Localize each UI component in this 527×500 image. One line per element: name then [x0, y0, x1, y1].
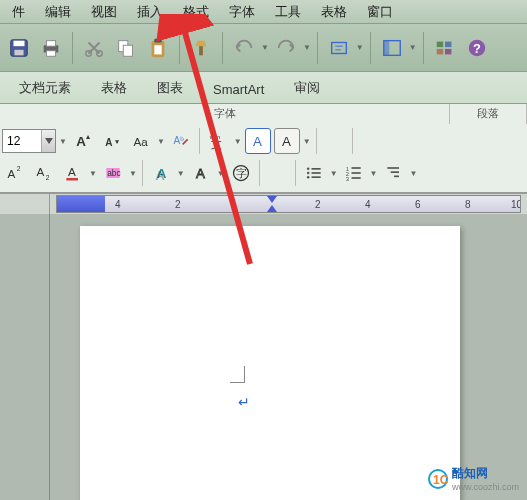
menu-window[interactable]: 窗口: [357, 0, 403, 24]
bullet-list-button[interactable]: [301, 160, 327, 186]
font-color-button[interactable]: A: [60, 160, 86, 186]
separator: [316, 128, 317, 154]
svg-rect-49: [311, 172, 320, 174]
undo-button[interactable]: [229, 33, 259, 63]
style-a2-button[interactable]: A: [274, 128, 300, 154]
svg-rect-53: [351, 167, 360, 169]
chevron-down-icon[interactable]: ▼: [303, 43, 311, 52]
chevron-down-icon[interactable]: ▼: [409, 43, 417, 52]
tab-charts[interactable]: 图表: [142, 72, 198, 103]
style-a-button[interactable]: A: [245, 128, 271, 154]
highlight-button[interactable]: abc: [100, 160, 126, 186]
chevron-down-icon[interactable]: ▼: [59, 137, 67, 146]
svg-rect-5: [46, 50, 55, 56]
menu-table[interactable]: 表格: [311, 0, 357, 24]
enclose-char-button[interactable]: 字: [228, 160, 254, 186]
svg-text:▼: ▼: [114, 138, 121, 145]
svg-rect-59: [390, 171, 398, 173]
watermark-url: www.coozhi.com: [452, 482, 519, 492]
font-size-input[interactable]: [3, 134, 41, 148]
phonetic-guide-button[interactable]: wén文: [205, 128, 231, 154]
chevron-down-icon[interactable]: ▼: [370, 169, 378, 178]
chevron-down-icon[interactable]: ▼: [330, 169, 338, 178]
menu-bar: 件 编辑 视图 插入 格式 字体 工具 表格 窗口: [0, 0, 527, 24]
ruler-mark: 6: [415, 199, 421, 210]
tab-doc-elements[interactable]: 文档元素: [4, 72, 86, 103]
vertical-ruler-gutter: [0, 214, 50, 500]
redo-button[interactable]: [271, 33, 301, 63]
chevron-down-icon[interactable]: [41, 130, 55, 152]
chevron-down-icon[interactable]: ▼: [234, 137, 242, 146]
cut-button[interactable]: [79, 33, 109, 63]
tab-tables[interactable]: 表格: [86, 72, 142, 103]
svg-text:A: A: [196, 166, 205, 181]
svg-text:Aᵇ: Aᵇ: [173, 135, 184, 146]
chevron-down-icon[interactable]: ▼: [303, 137, 311, 146]
chevron-down-icon[interactable]: ▼: [261, 43, 269, 52]
separator: [222, 32, 223, 64]
separator: [423, 32, 424, 64]
copy-button[interactable]: [111, 33, 141, 63]
change-case-button[interactable]: Aa: [128, 128, 154, 154]
superscript-button[interactable]: A2: [2, 160, 28, 186]
menu-file[interactable]: 件: [2, 0, 35, 24]
chevron-down-icon[interactable]: ▼: [356, 43, 364, 52]
font-size-combo[interactable]: [2, 129, 56, 153]
shrink-font-button[interactable]: A▼: [99, 128, 125, 154]
sidebar-button[interactable]: [377, 33, 407, 63]
svg-text:A: A: [155, 168, 165, 183]
svg-rect-19: [436, 48, 442, 53]
svg-rect-20: [445, 48, 451, 53]
svg-text:abc: abc: [107, 168, 120, 178]
svg-rect-12: [154, 45, 161, 54]
print-button[interactable]: [36, 33, 66, 63]
svg-text:▲: ▲: [85, 133, 92, 140]
format-painter-button[interactable]: [186, 33, 216, 63]
text-effect-shadow-button[interactable]: AA: [148, 160, 174, 186]
tab-review[interactable]: 审阅: [279, 72, 335, 103]
watermark-logo-icon: 1C: [428, 469, 448, 489]
svg-rect-9: [123, 45, 132, 56]
chevron-down-icon[interactable]: ▼: [410, 169, 418, 178]
first-line-indent-icon[interactable]: [267, 196, 277, 204]
svg-rect-38: [66, 178, 78, 181]
clear-format-button[interactable]: Aᵇ: [168, 128, 194, 154]
chevron-down-icon[interactable]: ▼: [217, 169, 225, 178]
svg-rect-57: [351, 177, 360, 179]
menu-font[interactable]: 字体: [219, 0, 265, 24]
menu-insert[interactable]: 插入: [127, 0, 173, 24]
ruler-mark: 2: [315, 199, 321, 210]
tab-smartart[interactable]: SmartArt: [198, 75, 279, 103]
document-page[interactable]: ↵: [80, 226, 460, 500]
paste-button[interactable]: [143, 33, 173, 63]
menu-tools[interactable]: 工具: [265, 0, 311, 24]
svg-rect-2: [14, 49, 23, 55]
chevron-down-icon[interactable]: ▼: [89, 169, 97, 178]
multilevel-list-button[interactable]: [381, 160, 407, 186]
chevron-down-icon[interactable]: ▼: [129, 169, 137, 178]
menu-view[interactable]: 视图: [81, 0, 127, 24]
separator: [142, 160, 143, 186]
svg-rect-51: [311, 176, 320, 178]
chevron-down-icon[interactable]: ▼: [177, 169, 185, 178]
ribbon-tabs: 文档元素 表格 图表 SmartArt 审阅: [0, 72, 527, 104]
numbered-list-button[interactable]: 123: [341, 160, 367, 186]
document-area: ↵: [0, 214, 527, 500]
help-button[interactable]: ?: [462, 33, 492, 63]
text-effect-outline-button[interactable]: A: [188, 160, 214, 186]
svg-text:A: A: [105, 137, 112, 148]
horizontal-ruler[interactable]: 4 2 2 4 6 8 10: [56, 195, 521, 213]
menu-edit[interactable]: 编辑: [35, 0, 81, 24]
svg-text:A: A: [37, 165, 45, 178]
svg-point-48: [307, 172, 310, 175]
hanging-indent-icon[interactable]: [267, 204, 277, 212]
gallery-button[interactable]: [430, 33, 460, 63]
svg-rect-18: [445, 41, 451, 47]
svg-point-46: [307, 168, 310, 171]
save-button[interactable]: [4, 33, 34, 63]
grow-font-button[interactable]: A▲: [70, 128, 96, 154]
menu-format[interactable]: 格式: [173, 0, 219, 24]
subscript-button[interactable]: A2: [31, 160, 57, 186]
chevron-down-icon[interactable]: ▼: [157, 137, 165, 146]
show-all-button[interactable]: [324, 33, 354, 63]
